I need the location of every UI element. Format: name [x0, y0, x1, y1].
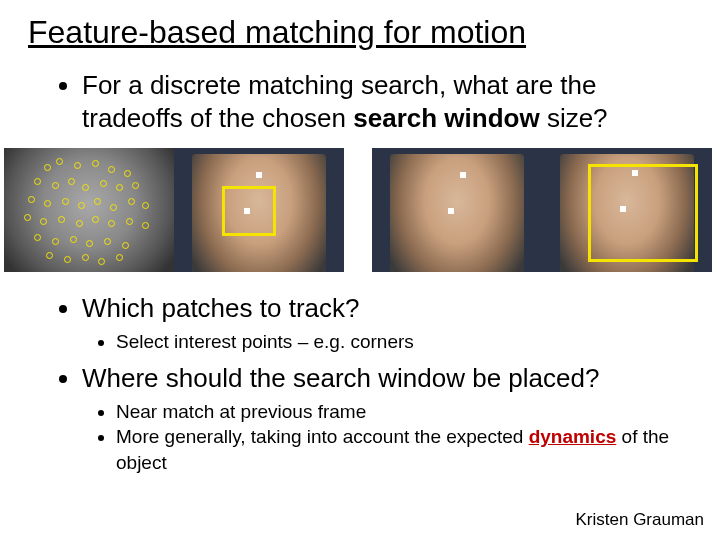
face-grayscale-with-features [4, 148, 174, 272]
slide-title: Feature-based matching for motion [28, 14, 696, 51]
bullet-search-window-tradeoffs: For a discrete matching search, what are… [82, 69, 696, 134]
sub-list: Select interest points – e.g. corners [82, 329, 696, 355]
slide: Feature-based matching for motion For a … [0, 0, 720, 540]
feature-point-icon [256, 172, 262, 178]
pane-features-detected [4, 148, 174, 272]
bullet-list-top: For a discrete matching search, what are… [24, 69, 696, 134]
text-dynamics: dynamics [529, 426, 617, 447]
bullet-which-patches: Which patches to track? Select interest … [82, 292, 696, 354]
sub-bullet-near-match: Near match at previous frame [116, 399, 696, 425]
pane-large-search-window [542, 148, 712, 272]
face-color [372, 148, 542, 272]
text: size? [540, 103, 608, 133]
text-bold: search window [353, 103, 539, 133]
image-strip [4, 148, 696, 272]
sub-bullet-dynamics: More generally, taking into account the … [116, 424, 696, 475]
feature-point-icon [448, 208, 454, 214]
text: More generally, taking into account the … [116, 426, 529, 447]
sub-list: Near match at previous frame More genera… [82, 399, 696, 476]
text: Where should the search window be placed… [82, 363, 599, 393]
pane-small-search-window [174, 148, 344, 272]
strip-spacer [344, 148, 372, 272]
credit-text: Kristen Grauman [576, 510, 705, 530]
lower-content: Which patches to track? Select interest … [24, 292, 696, 476]
text: Which patches to track? [82, 293, 359, 323]
pane-next-frame [372, 148, 542, 272]
sub-bullet-interest-points: Select interest points – e.g. corners [116, 329, 696, 355]
bullet-window-placement: Where should the search window be placed… [82, 362, 696, 475]
search-window-small [222, 186, 276, 236]
bullet-list-lower: Which patches to track? Select interest … [24, 292, 696, 476]
search-window-large [588, 164, 698, 262]
feature-point-icon [460, 172, 466, 178]
